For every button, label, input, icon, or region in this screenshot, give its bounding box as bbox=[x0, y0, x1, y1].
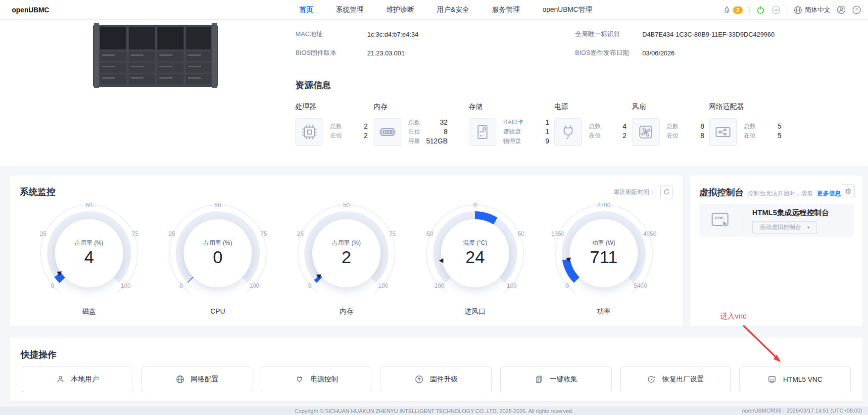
svg-text:UID: UID bbox=[773, 8, 778, 11]
gauge-value: 24 bbox=[466, 247, 485, 267]
documents-icon bbox=[534, 375, 543, 384]
uid-icon: UID bbox=[772, 5, 780, 14]
firmware-upgrade-button[interactable]: 固件升级 bbox=[381, 367, 492, 392]
gauge-value: 0 bbox=[213, 247, 222, 267]
console-hint: 控制台无法开启时，查看 bbox=[748, 189, 813, 198]
gauge-needle bbox=[439, 258, 443, 263]
field-value: 21.23.03.001 bbox=[367, 49, 575, 57]
field-value: D4B7E434-1C3C-80B9-11EF-33D9DC429960 bbox=[642, 31, 774, 38]
field-label: BIOS固件发布日期 bbox=[575, 48, 642, 57]
refresh-button[interactable] bbox=[660, 185, 673, 198]
language-label: 简体中文 bbox=[805, 5, 830, 14]
gauge-label: 功率 bbox=[597, 307, 611, 316]
local-user-button[interactable]: 本地用户 bbox=[22, 367, 133, 392]
factory-reset-button[interactable]: 恢复出厂设置 bbox=[620, 367, 731, 392]
nav-user-security[interactable]: 用户&安全 bbox=[437, 5, 469, 14]
navbar: openUBMC 首页 系统管理 维护诊断 用户&安全 服务管理 openUBM… bbox=[0, 0, 868, 20]
alarm-count-badge: 2 bbox=[733, 6, 743, 14]
gauge-label: 磁盘 bbox=[82, 307, 96, 316]
launch-console-button[interactable]: 启动虚拟控制台 ▾ bbox=[752, 221, 817, 233]
help-button[interactable]: ? bbox=[852, 5, 861, 14]
nav-openubmc-management[interactable]: openUBMC管理 bbox=[542, 5, 592, 14]
psu-icon bbox=[554, 118, 582, 146]
uid-button[interactable]: UID bbox=[772, 5, 780, 14]
system-time: openUBMC时间：2026/03/17 14:51 (UTC+08:00) bbox=[742, 407, 862, 415]
resource-storage: 存储 RAID卡1 逻辑盘1 物理盘9 bbox=[469, 102, 549, 146]
power-on-icon bbox=[756, 5, 765, 14]
server-info-fields: MAC地址 1c:3c:d4:b7:e4:34 全局唯一标识符 D4B7E434… bbox=[295, 25, 774, 62]
navbar-actions: 2 UID 简体中文 bbox=[723, 0, 861, 20]
upload-arrow-icon bbox=[415, 375, 424, 384]
gauges-row: 占用率 (%)4 0255075100 磁盘 占用率 (%)0 02550751… bbox=[25, 201, 668, 316]
gauge-disk: 占用率 (%)4 0255075100 磁盘 bbox=[35, 201, 144, 316]
gauge-label: 内存 bbox=[339, 307, 353, 316]
system-monitor-panel: 系统监控 最近刷新时间： 占用率 (%)4 0255075100 磁盘 bbox=[10, 176, 683, 326]
footer: Copyright © SICHUAN HUAKUN ZHENYU INTELL… bbox=[0, 407, 868, 415]
power-status-button[interactable] bbox=[756, 5, 765, 14]
language-switcher[interactable]: 简体中文 bbox=[794, 5, 830, 14]
svg-text:?: ? bbox=[855, 7, 858, 12]
divider bbox=[787, 6, 787, 14]
resources-title: 资源信息 bbox=[295, 79, 331, 91]
app-logo[interactable]: openUBMC bbox=[12, 6, 49, 14]
cpu-icon bbox=[295, 118, 323, 146]
resource-fan: 风扇 总数8 在位8 bbox=[632, 102, 704, 146]
virtual-console-panel: 虚拟控制台 控制台无法开启时，查看 更多信息 ⚙ HTML HTML5集成远程控… bbox=[690, 176, 863, 326]
console-title: 虚拟控制台 bbox=[699, 186, 744, 198]
html5-console-card-title: HTML5集成远程控制台 bbox=[752, 208, 829, 218]
html5-console-icon: HTML bbox=[699, 212, 742, 230]
network-config-button[interactable]: 网络配置 bbox=[142, 367, 253, 392]
resource-memory: 内存 总数32 在位8 容量512GB bbox=[374, 102, 448, 146]
gauge-power: 功率 (W)711 01350270040505400 功率 bbox=[549, 201, 658, 316]
storage-icon bbox=[469, 118, 496, 146]
gauge-value: 711 bbox=[590, 247, 618, 267]
resource-processor: 处理器 总数2 在位2 bbox=[295, 102, 368, 146]
account-button[interactable] bbox=[837, 5, 846, 14]
copyright-text: Copyright © SICHUAN HUAKUN ZHENYU INTELL… bbox=[295, 408, 574, 414]
gear-icon: ⚙ bbox=[845, 187, 851, 195]
reset-circle-icon bbox=[647, 375, 656, 384]
nic-icon bbox=[709, 118, 737, 146]
server-overview-section: MAC地址 1c:3c:d4:b7:e4:34 全局唯一标识符 D4B7E434… bbox=[0, 20, 868, 166]
refresh-time-label: 最近刷新时间： bbox=[614, 188, 655, 196]
vnc-monitor-icon bbox=[768, 375, 776, 384]
svg-text:HTML: HTML bbox=[715, 216, 724, 220]
quick-actions-title: 快捷操作 bbox=[21, 349, 56, 361]
power-plug-icon bbox=[295, 375, 304, 384]
nav-maintenance-diagnosis[interactable]: 维护诊断 bbox=[386, 5, 414, 14]
one-click-collect-button[interactable]: 一键收集 bbox=[500, 367, 612, 392]
divider bbox=[749, 6, 750, 14]
user-avatar-icon bbox=[837, 5, 846, 14]
console-settings-button[interactable]: ⚙ bbox=[842, 184, 855, 197]
field-label: BIOS固件版本 bbox=[295, 48, 367, 57]
help-icon: ? bbox=[852, 5, 861, 14]
refresh-icon bbox=[663, 188, 670, 195]
field-value: 03/06/2026 bbox=[642, 49, 774, 57]
gauge-value: 4 bbox=[84, 247, 94, 267]
gauge-label: CPU bbox=[210, 307, 225, 315]
resource-power: 电源 总数4 在位2 bbox=[554, 102, 627, 146]
quick-actions-panel: 快捷操作 本地用户 网络配置 电源控制 固件升级 bbox=[10, 338, 863, 401]
field-label: MAC地址 bbox=[295, 30, 367, 39]
alarm-flame-icon bbox=[723, 6, 731, 14]
chevron-down-icon: ▾ bbox=[807, 225, 810, 230]
nav-home[interactable]: 首页 bbox=[299, 5, 313, 14]
gauge-value: 2 bbox=[341, 247, 351, 267]
user-icon bbox=[56, 375, 65, 384]
monitor-title: 系统监控 bbox=[20, 186, 55, 198]
resource-network-adapter: 网络适配器 总数5 在位5 bbox=[709, 102, 781, 146]
main-nav: 首页 系统管理 维护诊断 用户&安全 服务管理 openUBMC管理 bbox=[299, 0, 592, 20]
annotation-enter-vnc: 进入vnc bbox=[720, 312, 746, 321]
more-info-link[interactable]: 更多信息 bbox=[817, 189, 841, 198]
nav-service-management[interactable]: 服务管理 bbox=[492, 5, 520, 14]
gauge-inlet-temp: 温度 (°C)24 -100-50050100 进风口 bbox=[421, 201, 530, 316]
memory-icon bbox=[374, 118, 401, 146]
html5-vnc-button[interactable]: HTML5 VNC bbox=[739, 367, 851, 392]
annotation-arrow bbox=[737, 322, 787, 367]
field-value: 1c:3c:d4:b7:e4:34 bbox=[367, 31, 575, 38]
html5-console-card: HTML HTML5集成远程控制台 启动虚拟控制台 ▾ bbox=[699, 204, 854, 237]
power-control-button[interactable]: 电源控制 bbox=[261, 367, 372, 392]
alarm-button[interactable]: 2 bbox=[723, 6, 743, 14]
nav-system-management[interactable]: 系统管理 bbox=[336, 5, 364, 14]
gauge-memory: 占用率 (%)2 0255075100 内存 bbox=[292, 201, 401, 316]
